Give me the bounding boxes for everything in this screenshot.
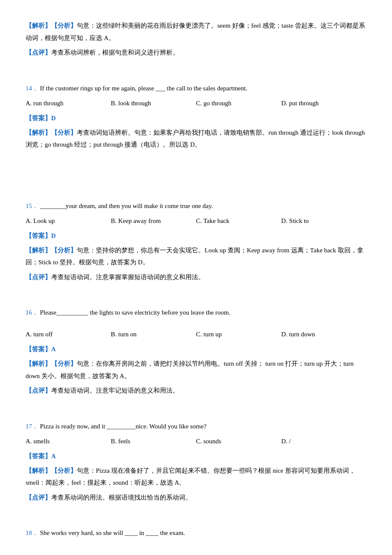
question-14-section: 14． If the customer rings up for me agai… (26, 83, 366, 151)
spacer3 (26, 172, 366, 185)
fenxi-label: 【分析】 (51, 22, 77, 29)
q17-review-text: 考查系动词的用法。根据语境找出恰当的系动词。 (51, 494, 192, 501)
q14-analysis-text: 考查动词短语辨析。句意：如果客户再给我打电话，请致电销售部。run throug… (26, 129, 365, 148)
q15-option-b: B. Keep away from (111, 215, 196, 227)
q14-text: If the customer rings up for me again, p… (40, 85, 248, 92)
q14-option-c: C. go through (196, 98, 281, 109)
q16-analysis: 【解析】【分析】句意：在你离开房间之前，请把灯关掉以节约用电。turn off … (26, 358, 366, 382)
top-analysis-section: 【解析】【分析】句意：这些绿叶和美丽的花在雨后好像更漂亮了。seem 好像；fe… (26, 20, 366, 59)
spacer-q16 (26, 321, 366, 325)
q15-options-row: A. Look up B. Keep away from C. Take bac… (26, 215, 366, 227)
q15-dianjia: 【点评】 (26, 274, 51, 280)
q17-option-d: D. / (281, 436, 366, 447)
q15-option-a: A. Look up (26, 215, 111, 227)
question-16-section: 16． Please__________ the lights to save … (26, 307, 366, 397)
q14-option-d: D. put through (281, 98, 366, 109)
q14-answer: 【答案】D (26, 113, 366, 124)
q15-review: 【点评】考查短语动词。注意掌握掌握短语动词的意义和用法。 (26, 271, 366, 283)
q15-review-text: 考查短语动词。注意掌握掌握短语动词的意义和用法。 (51, 274, 205, 280)
q14-option-b: B. look through (111, 98, 196, 109)
q17-fenxi: 【分析】 (51, 467, 77, 474)
q16-options-row: A. turn off B. turn on C. turn up D. tur… (26, 329, 366, 340)
q15-answer: 【答案】D (26, 230, 366, 242)
dianjia-label-top: 【点评】 (26, 49, 51, 56)
spacer5 (26, 292, 366, 304)
question-15-section: 15． ________your dream, and then you wil… (26, 200, 366, 283)
q15-option-c: C. Take back (196, 215, 281, 227)
q17-question-line: 17． Pizza is ready now, and it _________… (26, 421, 366, 432)
q17-answer-badge: 【答案】A (26, 453, 56, 460)
q17-option-a: A. smells (26, 436, 111, 447)
q16-option-c: C. turn up (196, 329, 281, 340)
q18-question-line: 18． She works very hard, so she will ___… (26, 527, 366, 539)
q16-option-d: D. turn down (281, 329, 366, 340)
q15-question-line: 15． ________your dream, and then you wil… (26, 200, 366, 212)
q16-option-a: A. turn off (26, 329, 111, 340)
spacer4 (26, 185, 366, 198)
q16-text: Please__________ the lights to save elec… (40, 309, 231, 316)
q17-jiexi: 【解析】 (26, 467, 51, 474)
q17-option-c: C. sounds (196, 436, 281, 447)
q16-fenxi: 【分析】 (51, 360, 77, 367)
q14-analysis: 【解析】【分析】考查动词短语辨析。句意：如果客户再给我打电话，请致电销售部。ru… (26, 127, 366, 151)
q14-option-a: A. run through (26, 98, 111, 109)
q15-jiexi: 【解析】 (26, 247, 51, 254)
q14-options-row: A. run through B. look through C. go thr… (26, 98, 366, 109)
q18-text: She works very hard, so she will ____ in… (40, 529, 185, 536)
q14-fenxi: 【分析】 (51, 129, 77, 136)
top-analysis-line2: 【点评】考查系动词辨析，根据句意和词义进行辨析。 (26, 46, 366, 59)
q16-review-text: 考查短语动词。注意牢记短语的意义和用法。 (51, 387, 179, 394)
spacer2 (26, 159, 366, 172)
q15-number: 15． (26, 202, 38, 209)
q15-option-d: D. Stick to (281, 215, 366, 227)
q16-answer-badge: 【答案】A (26, 346, 56, 353)
top-review-text: 考查系动词辨析，根据句意和词义进行辨析。 (51, 49, 179, 56)
q17-option-b: B. feels (111, 436, 196, 447)
q15-text: ________your dream, and then you will ma… (40, 202, 213, 209)
q17-options-row: A. smells B. feels C. sounds D. / (26, 436, 366, 447)
q15-answer-badge: 【答案】D (26, 232, 56, 239)
q14-number: 14． (26, 85, 38, 92)
q16-question-line: 16． Please__________ the lights to save … (26, 307, 366, 318)
q17-dianjia: 【点评】 (26, 494, 51, 501)
spacer6 (26, 405, 366, 418)
q16-number: 16． (26, 309, 38, 316)
q18-number: 18． (26, 529, 38, 536)
q17-analysis: 【解析】【分析】句意：Pizza 现在准备好了，并且它闻起来不错。你想要一些吗？… (26, 465, 366, 489)
q14-answer-badge: 【答案】D (26, 115, 56, 121)
q14-jiexi: 【解析】 (26, 129, 51, 136)
q16-jiexi: 【解析】 (26, 360, 51, 367)
q16-dianjia: 【点评】 (26, 387, 51, 394)
q17-answer: 【答案】A (26, 451, 366, 462)
question-17-section: 17． Pizza is ready now, and it _________… (26, 421, 366, 504)
q15-analysis: 【解析】【分析】句意：坚持你的梦想，你总有一天会实现它。Look up 查阅；K… (26, 244, 366, 269)
q15-fenxi: 【分析】 (51, 247, 77, 254)
q16-review: 【点评】考查短语动词。注意牢记短语的意义和用法。 (26, 384, 366, 397)
q14-question-line: 14． If the customer rings up for me agai… (26, 83, 366, 94)
q16-option-b: B. turn on (111, 329, 196, 340)
jiexi-label: 【解析】 (26, 22, 51, 29)
top-analysis-line1: 【解析】【分析】句意：这些绿叶和美丽的花在雨后好像更漂亮了。seem 好像；fe… (26, 20, 366, 44)
spacer1 (26, 67, 366, 80)
question-18-section: 18． She works very hard, so she will ___… (26, 527, 366, 539)
q17-text: Pizza is ready now, and it _________nice… (40, 423, 207, 430)
spacer7 (26, 512, 366, 525)
q17-review: 【点评】考查系动词的用法。根据语境找出恰当的系动词。 (26, 491, 366, 504)
q16-answer: 【答案】A (26, 344, 366, 355)
q17-number: 17． (26, 423, 38, 430)
top-analysis-text1: 句意：这些绿叶和美丽的花在雨后好像更漂亮了。seem 好像；feel 感觉；ta… (26, 22, 365, 41)
